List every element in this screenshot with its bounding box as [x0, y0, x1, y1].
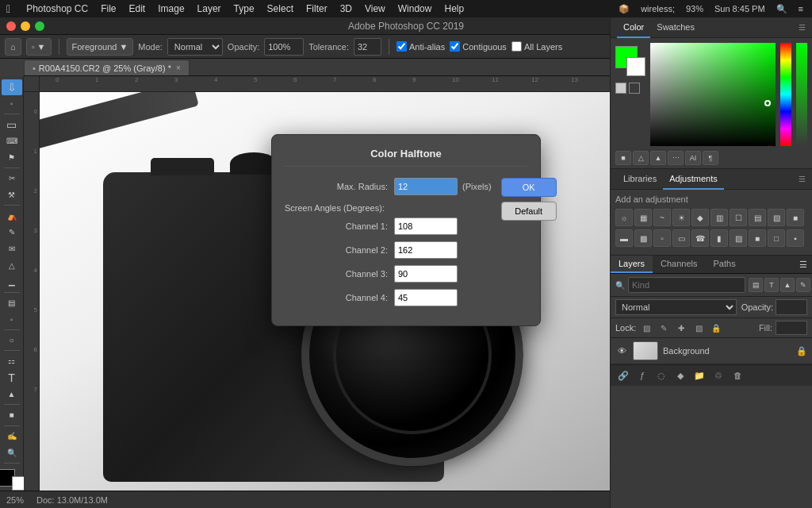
- background-layer-row[interactable]: 👁 Background 🔒: [611, 338, 812, 364]
- lock-artboard-icon[interactable]: ▧: [691, 321, 706, 335]
- menu-type[interactable]: Type: [228, 0, 261, 17]
- adj-icon-curves[interactable]: ~: [653, 209, 671, 226]
- tool-options-button[interactable]: ◦ ▼: [26, 38, 52, 56]
- marquee-tool[interactable]: ▭: [2, 117, 22, 133]
- adj-icon-vibrance[interactable]: ◆: [691, 209, 709, 226]
- layer-adj-icon[interactable]: ◆: [672, 368, 688, 383]
- tab-color[interactable]: Color: [617, 17, 650, 38]
- color-panel-menu[interactable]: ☰: [799, 23, 806, 32]
- dodge-tool[interactable]: ○: [2, 333, 22, 348]
- menu-view[interactable]: View: [358, 0, 392, 17]
- menu-select[interactable]: Select: [261, 0, 300, 17]
- eyedropper-tool[interactable]: ⚒: [2, 187, 22, 203]
- menu-file[interactable]: File: [94, 0, 122, 17]
- shape-tool[interactable]: ■: [2, 407, 22, 423]
- adj-icon-threshold[interactable]: ▫: [653, 229, 671, 247]
- search-icon[interactable]: 🔍: [776, 4, 787, 14]
- adj-panel-menu[interactable]: ☰: [799, 175, 806, 183]
- color-icon-3[interactable]: ▲: [650, 151, 666, 165]
- tab-channels[interactable]: Channels: [653, 256, 705, 273]
- tab-paths[interactable]: Paths: [706, 256, 744, 273]
- warning-icon[interactable]: !: [615, 83, 626, 94]
- tab-libraries[interactable]: Libraries: [617, 169, 663, 190]
- layer-group-icon[interactable]: 📁: [691, 368, 707, 383]
- layer-blend-mode[interactable]: Normal: [615, 299, 737, 315]
- layer-visibility-toggle[interactable]: 👁: [615, 344, 628, 357]
- pen-tool[interactable]: ⚏: [2, 353, 22, 369]
- close-window-button[interactable]: [6, 21, 16, 31]
- anti-alias-checkbox[interactable]: [396, 41, 407, 52]
- layer-link-icon[interactable]: 🔗: [615, 368, 631, 383]
- layers-panel-menu[interactable]: ☰: [799, 256, 812, 273]
- alpha-slider[interactable]: [796, 43, 807, 146]
- menu-photoshop[interactable]: Photoshop CC: [20, 0, 94, 17]
- adj-icon-invert[interactable]: ▬: [615, 229, 633, 247]
- menu-window[interactable]: Window: [392, 0, 439, 17]
- artboard-tool[interactable]: ◦: [2, 96, 22, 112]
- adj-icon-9[interactable]: ▪: [787, 229, 804, 247]
- ok-button[interactable]: OK: [501, 178, 557, 197]
- adj-icon-8[interactable]: □: [768, 229, 785, 247]
- layer-filter-shape[interactable]: ▲: [780, 278, 795, 292]
- opacity-value-input[interactable]: 100%: [776, 299, 807, 315]
- maximize-window-button[interactable]: [35, 21, 44, 31]
- adj-icon-channelmixer[interactable]: ▧: [768, 209, 785, 226]
- adj-icon-posterize[interactable]: ▩: [634, 229, 652, 247]
- channel2-input[interactable]: [394, 241, 458, 259]
- lasso-tool[interactable]: ⌨: [2, 133, 22, 149]
- gradient-tool[interactable]: ▤: [2, 295, 22, 311]
- adj-icon-exposure[interactable]: ☀: [672, 209, 690, 226]
- adj-icon-selective-color[interactable]: ☎: [691, 229, 709, 247]
- color-icon-6[interactable]: ¶: [703, 151, 718, 165]
- menu-icon[interactable]: ≡: [799, 4, 803, 13]
- adj-icon-gradient-map[interactable]: ▭: [672, 229, 690, 247]
- adj-icon-colorlookup[interactable]: ■: [787, 209, 804, 226]
- adj-icon-6[interactable]: ▨: [730, 229, 747, 247]
- mode-select[interactable]: Normal: [167, 38, 223, 56]
- lock-position-icon[interactable]: ✚: [674, 321, 688, 335]
- layer-filter-smart[interactable]: ✎: [796, 278, 810, 292]
- foreground-selector[interactable]: Foreground ▼: [67, 38, 134, 56]
- eraser-tool[interactable]: ▁: [2, 274, 22, 290]
- adj-icon-hsl[interactable]: ▥: [710, 209, 728, 226]
- minimize-window-button[interactable]: [21, 21, 30, 31]
- adj-icon-levels[interactable]: ▦: [634, 209, 652, 226]
- color-icon-1[interactable]: ■: [615, 151, 631, 165]
- opacity-input[interactable]: [264, 38, 304, 56]
- adj-icon-photofilter[interactable]: ▤: [749, 209, 766, 226]
- menu-3d[interactable]: 3D: [334, 0, 358, 17]
- background-color-picker[interactable]: [626, 57, 645, 76]
- hand-tool[interactable]: ✍: [2, 428, 22, 444]
- menu-filter[interactable]: Filter: [300, 0, 334, 17]
- tab-swatches[interactable]: Swatches: [650, 17, 701, 38]
- channel1-input[interactable]: [394, 217, 458, 235]
- brush-tool[interactable]: ✎: [2, 225, 22, 241]
- menu-edit[interactable]: Edit: [123, 0, 152, 17]
- move-tool[interactable]: ⇩: [2, 79, 22, 95]
- lock-transparent-icon[interactable]: ▧: [639, 321, 653, 335]
- file-tab[interactable]: • R00A4150.CR2 @ 25% (Gray/8) * ×: [24, 60, 190, 75]
- default-button[interactable]: Default: [501, 202, 557, 221]
- color-icon-4[interactable]: ⋯: [668, 151, 684, 165]
- all-layers-checkbox[interactable]: [511, 41, 522, 52]
- adj-icon-brightness[interactable]: ☼: [615, 209, 633, 226]
- tab-close-button[interactable]: ×: [176, 64, 181, 72]
- channel3-input[interactable]: [394, 265, 458, 283]
- menu-layer[interactable]: Layer: [191, 0, 228, 17]
- layer-filter-pixel[interactable]: ▤: [749, 278, 763, 292]
- layer-delete-icon[interactable]: 🗑: [730, 368, 745, 383]
- blur-tool[interactable]: ◦: [2, 311, 22, 327]
- zoom-tool[interactable]: 🔍: [2, 444, 22, 460]
- tab-adjustments[interactable]: Adjustments: [663, 169, 724, 190]
- lock-all-icon[interactable]: 🔒: [709, 321, 723, 335]
- out-of-gamut-icon[interactable]: [629, 83, 640, 94]
- crop-tool[interactable]: ✂: [2, 171, 22, 187]
- tolerance-input[interactable]: [354, 38, 381, 56]
- fg-bg-color-switcher[interactable]: [0, 469, 26, 491]
- type-tool[interactable]: T: [2, 370, 22, 386]
- max-radius-input[interactable]: [394, 178, 458, 195]
- contiguous-checkbox[interactable]: [450, 41, 460, 52]
- fill-value-input[interactable]: 100%: [776, 321, 807, 335]
- path-selection-tool[interactable]: ▲: [2, 387, 22, 402]
- color-spectrum[interactable]: [650, 43, 776, 146]
